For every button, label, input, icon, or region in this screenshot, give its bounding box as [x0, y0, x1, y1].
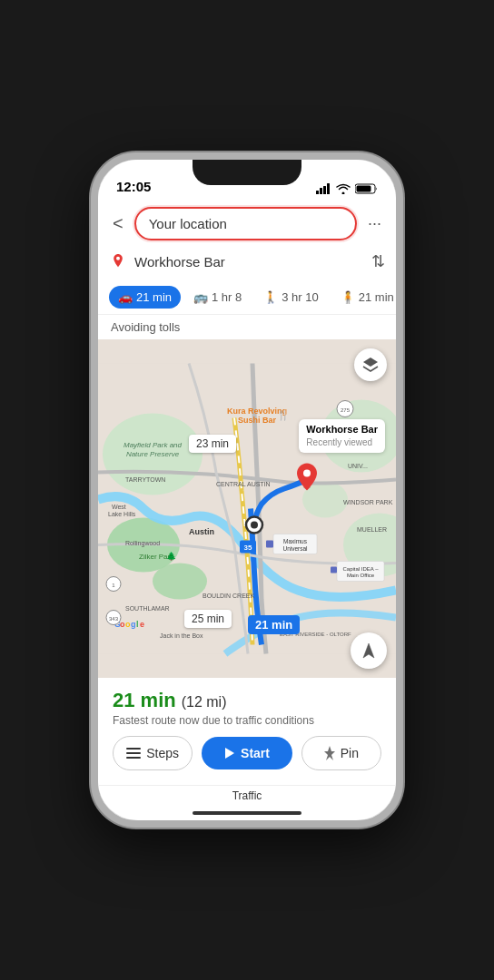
svg-rect-1	[320, 188, 322, 194]
svg-rect-2	[323, 186, 326, 194]
walk-icon: 🚶	[263, 290, 278, 304]
svg-rect-50	[331, 567, 337, 573]
svg-text:Rollingwood: Rollingwood	[125, 540, 160, 547]
route-info: 21 min (12 mi)	[113, 689, 381, 712]
drive-time: 21 min	[136, 290, 172, 304]
svg-text:SOUTHLAMAR: SOUTHLAMAR	[125, 605, 170, 612]
action-buttons: Steps Start Pin	[113, 736, 381, 770]
svg-text:WINDSOR PARK: WINDSOR PARK	[343, 499, 393, 505]
center-location-button[interactable]	[351, 632, 387, 669]
svg-rect-0	[316, 191, 319, 194]
route-time-display: 21 min	[113, 689, 176, 712]
drive-icon: 🚗	[118, 290, 133, 304]
notch	[193, 160, 301, 185]
destination-map-label: Workhorse Bar Recently viewed	[299, 419, 385, 453]
svg-text:MUELLER: MUELLER	[357, 526, 387, 533]
start-button[interactable]: Start	[202, 737, 292, 769]
svg-text:BOULDIN CREEK: BOULDIN CREEK	[203, 593, 255, 599]
phone-frame: 12:05	[91, 152, 403, 828]
svg-text:Lake Hills: Lake Hills	[108, 511, 136, 517]
transit-icon: 🚌	[193, 290, 208, 304]
destination-map-name: Workhorse Bar	[306, 423, 378, 436]
alt-route-1-badge: 23 min	[189, 435, 236, 453]
back-button[interactable]: <	[109, 210, 127, 238]
map-svg: 35 G o o g l e Mayfield Park and Nature …	[98, 339, 396, 678]
svg-text:g: g	[131, 620, 136, 629]
svg-point-6	[116, 257, 120, 260]
svg-text:343: 343	[109, 616, 119, 622]
header: < Your location ··· Workhorse Bar ⇅	[98, 200, 396, 280]
svg-rect-66	[126, 757, 141, 759]
svg-point-61	[251, 522, 258, 529]
svg-text:35: 35	[244, 544, 252, 552]
pin-button[interactable]: Pin	[301, 736, 381, 770]
svg-rect-5	[357, 186, 371, 192]
svg-text:Austin: Austin	[189, 527, 214, 536]
svg-text:e: e	[140, 620, 144, 629]
svg-rect-46	[266, 541, 273, 548]
svg-text:Sushi Bar: Sushi Bar	[238, 416, 277, 425]
svg-rect-47	[337, 562, 384, 582]
steps-icon	[126, 748, 141, 759]
svg-text:Universal: Universal	[282, 545, 308, 552]
svg-point-12	[153, 564, 207, 600]
svg-text:Mayfield Park and: Mayfield Park and	[124, 441, 183, 449]
start-label: Start	[241, 746, 270, 760]
tab-hike[interactable]: 🧍 21 min	[331, 286, 396, 309]
svg-text:🌲: 🌲	[166, 551, 177, 562]
layers-button[interactable]	[354, 348, 387, 381]
tab-drive[interactable]: 🚗 21 min	[109, 286, 181, 309]
transport-tabs: 🚗 21 min 🚌 1 hr 8 🚶 3 hr 10 🧍 21 min 🚲 5…	[98, 280, 396, 315]
svg-text:West: West	[112, 504, 126, 510]
svg-text:Nature Preserve: Nature Preserve	[126, 450, 180, 458]
destination-map-sub: Recently viewed	[306, 436, 378, 449]
start-icon	[224, 747, 235, 760]
destination-pin-icon	[109, 252, 127, 270]
signal-icon	[316, 183, 331, 194]
phone-inner: 12:05	[98, 160, 396, 820]
svg-text:Jack in the Box: Jack in the Box	[160, 632, 203, 639]
battery-icon	[355, 183, 378, 194]
main-route-time-badge: 21 min	[248, 615, 300, 634]
bottom-tab-bar: Traffic	[98, 785, 396, 811]
svg-text:Capital IDEA –: Capital IDEA –	[342, 566, 379, 572]
route-description: Fastest route now due to traffic conditi…	[113, 714, 381, 727]
bottom-panel: 21 min (12 mi) Fastest route now due to …	[98, 678, 396, 785]
svg-point-63	[303, 470, 311, 477]
map-container[interactable]: 35 G o o g l e Mayfield Park and Nature …	[98, 339, 396, 678]
svg-text:275: 275	[341, 407, 351, 413]
route-distance-display: (12 mi)	[182, 694, 227, 710]
svg-text:Maximus: Maximus	[283, 538, 308, 544]
navigate-icon	[360, 642, 378, 660]
svg-text:TARRYTOWN: TARRYTOWN	[125, 476, 165, 483]
status-time: 12:05	[116, 179, 151, 194]
tab-walk[interactable]: 🚶 3 hr 10	[254, 286, 327, 309]
transit-time: 1 hr 8	[212, 290, 242, 304]
avoiding-tolls-text: Avoiding tolls	[111, 320, 180, 334]
status-icons	[316, 183, 378, 194]
wifi-icon	[336, 183, 351, 194]
pin-label: Pin	[341, 746, 359, 760]
location-search-input[interactable]: Your location	[134, 207, 357, 240]
swap-button[interactable]: ⇅	[371, 251, 385, 271]
svg-text:l: l	[136, 620, 139, 629]
home-indicator	[193, 811, 301, 815]
steps-button[interactable]: Steps	[113, 736, 193, 770]
hike-time: 21 min	[359, 290, 394, 304]
svg-text:Main Office: Main Office	[347, 573, 375, 578]
svg-rect-65	[126, 752, 141, 754]
tab-transit[interactable]: 🚌 1 hr 8	[184, 286, 251, 309]
walk-time: 3 hr 10	[282, 290, 318, 304]
pin-icon	[324, 746, 335, 760]
svg-text:🍴: 🍴	[277, 408, 290, 421]
steps-label: Steps	[146, 746, 179, 760]
destination-row: Workhorse Bar ⇅	[109, 248, 385, 275]
search-row: < Your location ···	[109, 207, 385, 240]
more-button[interactable]: ···	[364, 211, 385, 237]
svg-text:CENTRAL AUSTIN: CENTRAL AUSTIN	[216, 481, 271, 487]
svg-text:UNIV...: UNIV...	[348, 463, 368, 469]
svg-rect-64	[126, 748, 141, 750]
layers-icon	[361, 356, 380, 374]
alt-route-2-badge: 25 min	[184, 610, 232, 628]
traffic-tab-label[interactable]: Traffic	[232, 789, 262, 802]
